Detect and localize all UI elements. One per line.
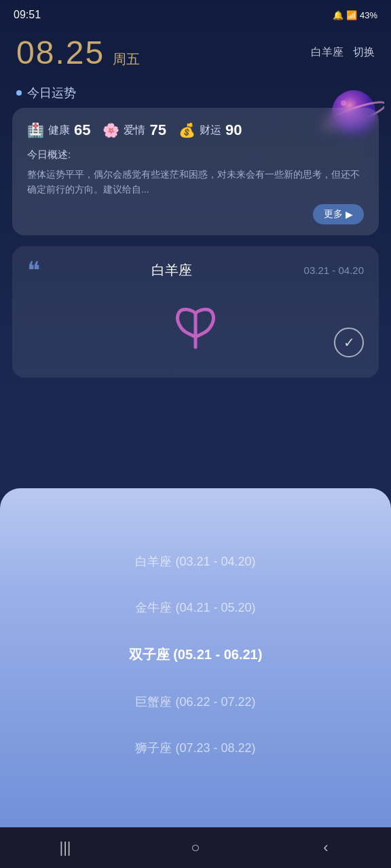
section-dot [16, 90, 22, 96]
zodiac-option-leo[interactable]: 狮子座 (07.23 - 08.22) [0, 725, 391, 771]
notification-icon: 🔔 [333, 10, 343, 20]
section-label: 今日运势 [0, 71, 391, 108]
battery-label: 43% [360, 10, 377, 20]
nav-bar: ||| ○ ‹ [0, 827, 391, 868]
status-icons: 🔔 📶 43% [333, 10, 377, 20]
wealth-label: 财运 [200, 123, 221, 138]
fortune-desc-title: 今日概述: [27, 149, 364, 161]
zodiac-date-range: 03.21 - 04.20 [304, 264, 364, 276]
love-label: 爱情 [124, 123, 145, 138]
switch-button[interactable]: 切换 [353, 45, 375, 60]
header: 08.25 周五 白羊座 切换 [0, 27, 391, 71]
date-block: 08.25 周五 [16, 34, 140, 71]
health-value: 65 [74, 121, 90, 139]
nav-menu-button[interactable]: ||| [45, 834, 86, 861]
wifi-icon: 📶 [346, 10, 357, 20]
current-zodiac-label: 白羊座 [311, 45, 343, 60]
date-number: 08.25 [16, 34, 105, 71]
nav-back-button[interactable]: ‹ [305, 834, 346, 861]
zodiac-option-gemini[interactable]: 双子座 (05.21 - 06.21) [0, 631, 391, 679]
love-stat: 🌸 爱情 75 [103, 121, 166, 139]
zodiac-option-aries[interactable]: 白羊座 (03.21 - 04.20) [0, 538, 391, 585]
more-button[interactable]: 更多 ▶ [313, 204, 364, 224]
zodiac-symbol-area: ✓ [27, 283, 364, 364]
fortune-stats: 🏥 健康 65 🌸 爱情 75 💰 财运 90 [27, 121, 364, 139]
more-label: 更多 [324, 208, 343, 220]
more-arrow-icon: ▶ [346, 209, 353, 220]
header-right: 白羊座 切换 [311, 45, 375, 60]
love-value: 75 [149, 121, 166, 139]
health-stat: 🏥 健康 65 [27, 121, 90, 139]
date-weekday: 周五 [113, 50, 140, 68]
zodiac-name: 白羊座 [151, 261, 192, 279]
status-time: 09:51 [14, 9, 41, 21]
nav-home-button[interactable]: ○ [175, 834, 216, 861]
health-label: 健康 [48, 123, 70, 138]
wealth-icon: 💰 [179, 122, 196, 138]
zodiac-card: ❝ 白羊座 03.21 - 04.20 ✓ [12, 246, 379, 378]
fortune-desc-text: 整体运势平平，偶尔会感觉有些迷茫和困惑，对未来会有一些新的思考，但还不确定前行的… [27, 167, 364, 197]
section-title: 今日运势 [27, 85, 76, 101]
bottom-sheet: 白羊座 (03.21 - 04.20) 金牛座 (04.21 - 05.20) … [0, 488, 391, 827]
health-icon: 🏥 [27, 122, 44, 138]
zodiac-option-cancer[interactable]: 巨蟹座 (06.22 - 07.22) [0, 679, 391, 725]
wealth-stat: 💰 财运 90 [179, 121, 242, 139]
aries-symbol [155, 290, 236, 357]
zodiac-option-taurus[interactable]: 金牛座 (04.21 - 05.20) [0, 585, 391, 631]
fortune-card: 🏥 健康 65 🌸 爱情 75 💰 财运 90 今日概述: 整体运势平平，偶尔会… [12, 108, 379, 235]
check-icon: ✓ [343, 334, 355, 351]
quote-icon: ❝ [27, 258, 40, 283]
check-circle[interactable]: ✓ [334, 328, 364, 357]
love-icon: 🌸 [103, 122, 119, 138]
wealth-value: 90 [225, 121, 242, 139]
zodiac-header: ❝ 白羊座 03.21 - 04.20 [27, 258, 364, 283]
